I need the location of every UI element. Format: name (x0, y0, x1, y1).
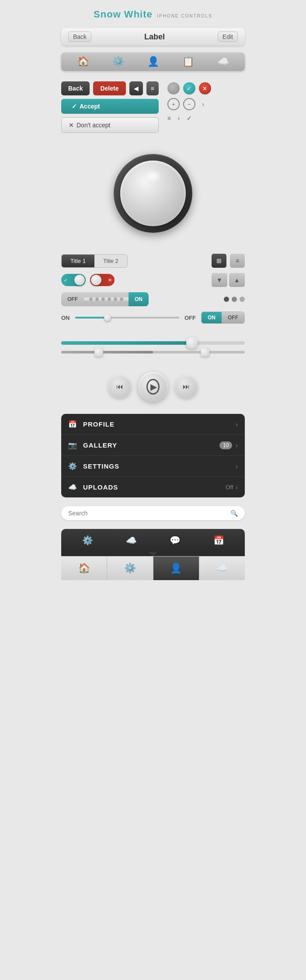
dot-light (240, 297, 245, 302)
slider-fill-1 (61, 341, 190, 345)
app-subtitle: IPHONE CONTROLS (157, 14, 212, 18)
nav-back-button[interactable]: Back (68, 32, 91, 42)
slider-fill-2 (61, 351, 153, 354)
teal-check-button[interactable]: ✓ (183, 82, 195, 94)
light-tab-user[interactable]: 👤 (153, 556, 199, 580)
menu-item-settings[interactable]: ⚙️ SETTINGS › (61, 456, 245, 477)
icon-row-3: ≡ › ✓ (167, 114, 211, 122)
menu-button[interactable]: ≡ (146, 81, 159, 95)
search-input[interactable] (68, 510, 230, 517)
dot-dark (224, 297, 229, 302)
segment-title1[interactable]: Title 1 (62, 255, 94, 267)
dot5 (114, 298, 117, 301)
simple-slider[interactable] (75, 317, 180, 318)
dont-accept-button[interactable]: ✕ Don't accept (61, 117, 159, 133)
accept-button[interactable]: ✓ Accept (61, 99, 159, 114)
dot2 (95, 298, 99, 301)
knob-section (61, 145, 245, 242)
slider-row-2 (61, 351, 245, 354)
segmented-control[interactable]: Title 1 Title 2 (61, 254, 128, 268)
back-button[interactable]: Back (61, 81, 90, 95)
gallery-badge: 10 (219, 441, 232, 449)
toggle-knob-off (91, 275, 101, 285)
dot1 (89, 298, 93, 301)
slider-thumb-right[interactable] (201, 348, 209, 357)
segment-title2[interactable]: Title 2 (94, 255, 127, 267)
minus-button[interactable]: − (183, 98, 195, 110)
search-section: 🔍 (61, 506, 245, 520)
dot3 (101, 298, 105, 301)
menu-item-profile[interactable]: 📅 PROFILE › (61, 414, 245, 435)
settings-chevron: › (236, 463, 238, 470)
slider-thumb[interactable] (104, 314, 111, 321)
profile-icon: 📅 (68, 420, 77, 428)
pill-off-button[interactable]: OFF (222, 312, 244, 323)
list-icon[interactable]: 📋 (182, 56, 194, 67)
red-x-button[interactable]: ✕ (199, 82, 211, 94)
view-toggle-icons: ⊞ ≡ (212, 254, 245, 268)
menu-gallery-label: GALLERY (83, 441, 219, 449)
toggle-on[interactable]: ✓ (61, 274, 86, 286)
nav-edit-button[interactable]: Edit (218, 32, 238, 42)
down-arrow-button[interactable]: ▼ (212, 273, 227, 287)
gray-circle-button[interactable] (167, 82, 180, 94)
cloud-icon[interactable]: ☁️ (217, 56, 229, 67)
toggle-knob-on (74, 275, 85, 285)
button-group-left: Back Delete ◀ ≡ ✓ Accept ✕ Don't accept (61, 81, 159, 133)
settings-menu-icon: ⚙️ (68, 462, 77, 470)
uploads-chevron: › (236, 484, 238, 491)
search-icon[interactable]: 🔍 (230, 510, 238, 517)
settings-icon[interactable]: ⚙️ (112, 56, 124, 67)
menu-settings-label: SETTINGS (83, 462, 236, 470)
left-arrow-button[interactable]: ◀ (129, 81, 143, 95)
light-tab-settings[interactable]: ⚙️ (107, 556, 153, 580)
slider-track-2[interactable] (61, 351, 245, 354)
up-arrow-button[interactable]: ▲ (229, 273, 245, 287)
menu-item-gallery[interactable]: 📷 GALLERY 10 › (61, 435, 245, 456)
plus-button[interactable]: + (167, 98, 180, 110)
pill-on-button[interactable]: ON (202, 312, 222, 323)
chevron-right-icon[interactable]: › (174, 114, 183, 122)
slider-thumb-1[interactable] (186, 337, 198, 349)
tab-bar-arrow (148, 552, 158, 556)
page-title: Snow White IPHONE CONTROLS (94, 9, 212, 20)
lines-icon[interactable]: ≡ (167, 115, 171, 122)
list-view-button[interactable]: ≡ (230, 254, 245, 268)
uploads-value: Off (226, 484, 233, 490)
dark-tab-calendar[interactable]: 📅 (206, 533, 231, 547)
dot6 (120, 298, 123, 301)
knob-container (114, 154, 192, 233)
dark-tab-cloud[interactable]: ☁️ (119, 533, 144, 547)
light-tab-bar: 🏠 ⚙️ 👤 ☁️ (61, 556, 245, 580)
play-ring: ▶ (146, 379, 160, 395)
simple-toggle-row: ON OFF ON OFF (61, 312, 245, 324)
play-button[interactable]: ▶ (138, 372, 168, 402)
forward-button[interactable]: ⏭ (175, 375, 198, 398)
right-chevron[interactable]: › (199, 100, 208, 108)
check-icon[interactable]: ✓ (187, 115, 192, 122)
slider-row-1 (61, 341, 245, 345)
off-on-bar[interactable]: OFF ON (61, 292, 149, 306)
delete-button[interactable]: Delete (93, 81, 125, 95)
home-icon[interactable]: 🏠 (77, 56, 89, 67)
icon-row-1: ✓ ✕ (167, 82, 211, 94)
controls-section: Title 1 Title 2 ⊞ ≡ ✓ ✕ ▼ ▲ OFF (61, 254, 245, 329)
dark-tab-alert[interactable]: 💬 (163, 533, 188, 547)
off-on-dots (84, 298, 129, 301)
grid-view-button[interactable]: ⊞ (212, 254, 226, 268)
icon-row-2: + − › (167, 98, 211, 110)
knob-outer[interactable] (114, 154, 192, 233)
slider-track-1[interactable] (61, 341, 245, 345)
menu-item-uploads[interactable]: ☁️ UPLOADS Off › (61, 477, 245, 497)
menu-uploads-label: UPLOADS (83, 483, 226, 491)
toggle-off[interactable]: ✕ (90, 274, 115, 286)
user-icon[interactable]: 👤 (147, 56, 159, 67)
dark-tab-settings[interactable]: ⚙️ (75, 533, 100, 547)
checkmark-icon: ✓ (72, 103, 77, 110)
rewind-button[interactable]: ⏮ (108, 375, 131, 398)
knob-inner[interactable] (120, 161, 186, 226)
slider-thumb-left[interactable] (94, 348, 103, 357)
light-tab-cloud[interactable]: ☁️ (199, 556, 245, 580)
button-row-1: Back Delete ◀ ≡ (61, 81, 159, 95)
light-tab-home[interactable]: 🏠 (61, 556, 107, 580)
